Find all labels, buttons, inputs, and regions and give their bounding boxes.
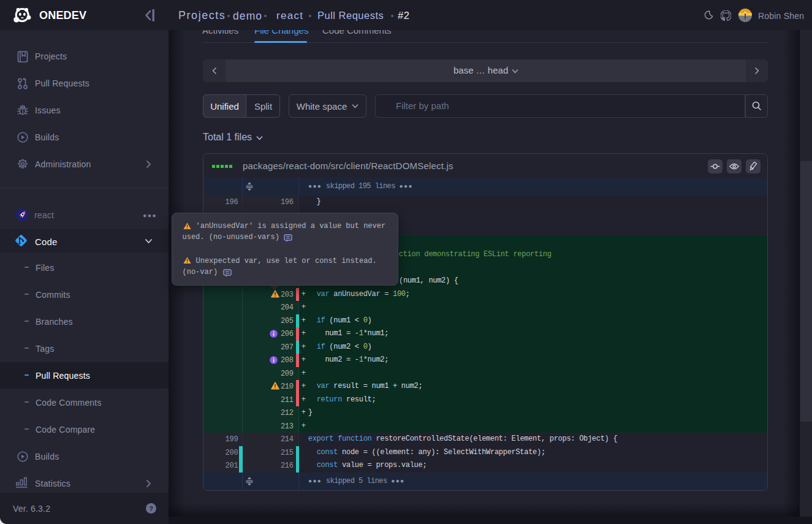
svg-text:?: ? (149, 505, 153, 512)
